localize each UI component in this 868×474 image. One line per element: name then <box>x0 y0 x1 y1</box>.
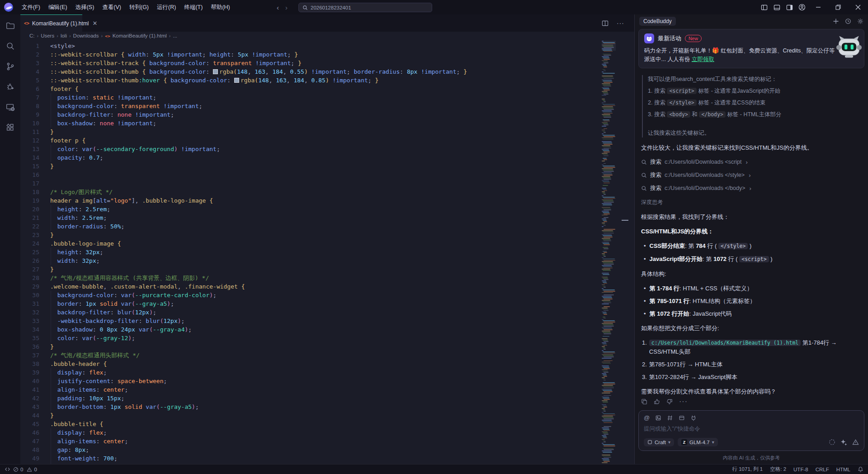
code-line[interactable]: 12footer p { <box>20 136 603 145</box>
extensions-icon[interactable] <box>4 121 17 134</box>
code-line[interactable]: 23} <box>20 231 603 239</box>
breadcrumb-item[interactable]: ... <box>173 33 177 38</box>
code-line[interactable]: 15} <box>20 162 603 171</box>
close-button[interactable] <box>848 0 868 14</box>
settings-gear-icon[interactable] <box>857 18 863 24</box>
app-logo-icon[interactable] <box>4 3 13 12</box>
minimize-button[interactable] <box>808 0 828 14</box>
thumbs-up-icon[interactable] <box>654 398 660 405</box>
overview-ruler[interactable] <box>621 40 631 464</box>
code-line[interactable]: 31 border: 1px solid var(--gray-a5); <box>20 299 603 308</box>
code-line[interactable]: 27} <box>20 265 603 274</box>
code-line[interactable]: 24.bubble-logo-image { <box>20 239 603 248</box>
code-line[interactable]: 13 color: var(--secondary-foreground) !i… <box>20 145 603 153</box>
claim-link[interactable]: 立即领取 <box>692 56 714 62</box>
copy-icon[interactable] <box>641 398 647 405</box>
code-line[interactable]: 47 align-items: center; <box>20 437 603 446</box>
file-context-icon[interactable] <box>655 415 661 421</box>
menu-item[interactable]: 文件(F) <box>18 0 44 14</box>
code-line[interactable]: 43 border-bottom: 1px solid var(--gray-a… <box>20 403 603 411</box>
new-chat-icon[interactable] <box>833 18 839 24</box>
code-line[interactable]: 46 display: flex; <box>20 428 603 437</box>
code-line[interactable]: 33 -webkit-backdrop-filter: blur(12px); <box>20 317 603 325</box>
menu-item[interactable]: 终端(T) <box>180 0 207 14</box>
menu-item[interactable]: 选择(S) <box>71 0 99 14</box>
code-line[interactable]: 11} <box>20 128 603 136</box>
code-line[interactable]: 25 height: 32px; <box>20 248 603 256</box>
menu-item[interactable]: 编辑(E) <box>44 0 71 14</box>
notifications-bell-icon[interactable] <box>858 466 863 472</box>
thinking-label[interactable]: 深度思考 <box>641 198 862 207</box>
chat-input[interactable]: @ 提问或输入"/"快捷命令 Craft▾ Z GLM-4.7▾ <box>638 410 864 451</box>
enhance-prompt-icon[interactable] <box>840 439 847 446</box>
tool-call-row[interactable]: 搜索c:/Users/loli/Downloads </body>› <box>641 184 862 193</box>
code-line[interactable]: 22 border-radius: 50%; <box>20 222 603 231</box>
code-line[interactable]: 41 align-items: center; <box>20 385 603 394</box>
language-mode[interactable]: HTML <box>836 467 850 472</box>
more-actions-icon[interactable]: ··· <box>617 19 624 27</box>
menu-item[interactable]: 帮助(H) <box>207 0 234 14</box>
debug-icon[interactable] <box>4 80 17 94</box>
code-line[interactable]: 16 <box>20 171 603 179</box>
code-line[interactable]: 1<style> <box>20 42 603 50</box>
code-line[interactable]: 26 width: 32px; <box>20 256 603 265</box>
explorer-icon[interactable] <box>4 19 17 33</box>
code-line[interactable]: 42 padding: 10px 15px; <box>20 394 603 403</box>
code-line[interactable]: 7 position: static !important; <box>20 93 603 102</box>
code-line[interactable]: 29.welcome-bubble, .custom-alert-modal, … <box>20 282 603 291</box>
breadcrumb-item[interactable]: Users <box>41 33 54 38</box>
tool-call-row[interactable]: 搜索c:/Users/loli/Downloads </style>› <box>641 171 862 180</box>
code-line[interactable]: 45.bubble-title { <box>20 420 603 428</box>
usage-ring-icon[interactable] <box>829 439 835 446</box>
thinking-quote-block[interactable]: 我可以使用search_content工具来搜索关键的标记：1. 搜索 <scr… <box>642 75 862 137</box>
history-back-button[interactable]: ‹ <box>277 4 279 11</box>
mcp-plug-icon[interactable] <box>690 415 697 421</box>
code-line[interactable]: 35 color: var(--gray-12); <box>20 334 603 342</box>
breadcrumb-item[interactable]: Downloads <box>73 33 99 38</box>
code-line[interactable]: 20 height: 2.5rem; <box>20 205 603 213</box>
code-line[interactable]: 4::-webkit-scrollbar-thumb { background-… <box>20 67 603 76</box>
code-line[interactable]: 5::-webkit-scrollbar-thumb:hover { backg… <box>20 76 603 85</box>
indentation[interactable]: 空格: 2 <box>770 466 786 473</box>
restore-button[interactable] <box>828 0 848 14</box>
more-message-actions-icon[interactable]: ··· <box>679 398 688 406</box>
code-line[interactable]: 30 background-color: var(--purcarte-card… <box>20 291 603 299</box>
code-line[interactable]: 8 background-color: transparent !importa… <box>20 102 603 110</box>
code-line[interactable]: 37/* 气泡/模态框通用头部样式 */ <box>20 351 603 360</box>
thumbs-down-icon[interactable] <box>666 398 673 405</box>
frame-icon[interactable] <box>679 415 685 421</box>
breadcrumb[interactable]: C:›Users›loli›Downloads›<>KomariBeautify… <box>20 32 634 40</box>
command-search-box[interactable]: 20260128232401 <box>298 3 432 12</box>
code-line[interactable]: 49 font-weight: 700; <box>20 454 603 463</box>
code-line[interactable]: 32 backdrop-filter: blur(12px); <box>20 308 603 317</box>
cursor-position[interactable]: 行 1071, 列 1 <box>732 466 763 473</box>
warning-icon[interactable] <box>852 439 859 446</box>
tool-call-row[interactable]: 搜索c:/Users/loli/Downloads <script› <box>641 158 862 166</box>
mention-icon[interactable]: @ <box>644 415 650 421</box>
remote-explorer-icon[interactable] <box>4 100 17 114</box>
minimap[interactable] <box>602 41 616 464</box>
code-line[interactable]: 40 justify-content: space-between; <box>20 377 603 385</box>
breadcrumb-item[interactable]: KomariBeautify (1).html <box>113 33 167 38</box>
code-line[interactable]: 48 gap: 8px; <box>20 446 603 454</box>
search-sidebar-icon[interactable] <box>4 39 17 53</box>
code-line[interactable]: 21 width: 2.5rem; <box>20 213 603 222</box>
eol-sequence[interactable]: CRLF <box>816 467 829 472</box>
encoding[interactable]: UTF-8 <box>793 467 808 472</box>
menu-item[interactable]: 运行(R) <box>153 0 180 14</box>
source-control-icon[interactable] <box>4 60 17 73</box>
code-line[interactable]: 10 box-shadow: none !important; <box>20 119 603 128</box>
tab-close-icon[interactable]: ✕ <box>92 20 97 27</box>
split-editor-icon[interactable] <box>602 20 609 27</box>
code-editor[interactable]: 1<style>2::-webkit-scrollbar { width: 5p… <box>20 40 634 464</box>
commands-icon[interactable] <box>667 415 673 421</box>
history-icon[interactable] <box>845 18 851 24</box>
model-selector[interactable]: Z GLM-4.7▾ <box>678 438 718 446</box>
toggle-panel-icon[interactable] <box>770 0 783 14</box>
code-line[interactable]: 6footer { <box>20 85 603 93</box>
code-line[interactable]: 34 box-shadow: 0 8px 24px var(--gray-a4)… <box>20 325 603 334</box>
code-line[interactable]: 28/* 气泡/模态框通用容器样式 (共享背景、边框、阴影) */ <box>20 274 603 282</box>
breadcrumb-item[interactable]: C: <box>29 33 35 38</box>
menu-item[interactable]: 转到(G) <box>125 0 153 14</box>
code-line[interactable]: 18/* Logo/图片样式 */ <box>20 188 603 196</box>
